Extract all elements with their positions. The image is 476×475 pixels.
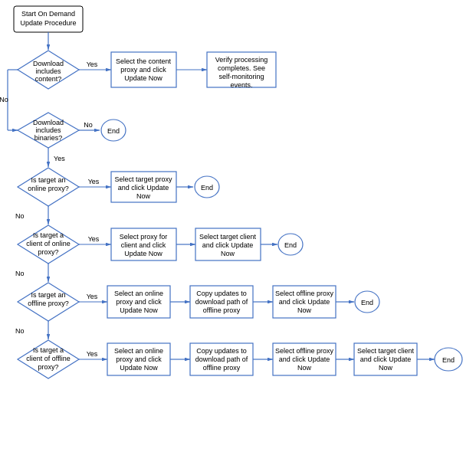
svg-text:End: End	[442, 356, 455, 364]
svg-text:Update Now: Update Now	[120, 364, 158, 372]
svg-text:No: No	[15, 212, 25, 220]
svg-text:Is target an: Is target an	[31, 176, 65, 184]
svg-text:client of online: client of online	[26, 240, 71, 247]
svg-text:Now: Now	[297, 306, 312, 314]
svg-text:proxy and click: proxy and click	[116, 355, 162, 363]
svg-text:Yes: Yes	[87, 61, 98, 68]
svg-text:No: No	[15, 270, 25, 277]
svg-text:Is target an: Is target an	[31, 291, 65, 299]
svg-text:Copy updates to: Copy updates to	[196, 290, 247, 297]
svg-text:binaries?: binaries?	[34, 134, 63, 142]
svg-text:Select offline proxy: Select offline proxy	[275, 290, 333, 297]
svg-text:Download: Download	[33, 119, 64, 126]
svg-text:No: No	[0, 96, 8, 103]
svg-text:completes. See: completes. See	[218, 64, 265, 72]
svg-text:Verify processing: Verify processing	[215, 56, 268, 64]
svg-text:Select offline proxy: Select offline proxy	[275, 347, 333, 355]
svg-text:and click Update: and click Update	[279, 298, 330, 306]
svg-text:End: End	[361, 299, 373, 306]
svg-text:Is target a: Is target a	[33, 231, 64, 239]
svg-text:client of offline: client of offline	[26, 355, 70, 362]
svg-text:download path of: download path of	[195, 355, 248, 363]
svg-text:Now: Now	[379, 364, 393, 372]
svg-text:online proxy?: online proxy?	[28, 185, 69, 192]
svg-text:proxy?: proxy?	[38, 363, 58, 371]
svg-text:Download: Download	[33, 60, 64, 67]
svg-text:Now: Now	[297, 364, 312, 372]
svg-text:includes: includes	[35, 67, 61, 75]
svg-text:No: No	[84, 121, 93, 129]
svg-text:No: No	[15, 327, 25, 335]
svg-text:Update Now: Update Now	[124, 250, 162, 257]
svg-text:proxy and click: proxy and click	[120, 66, 166, 74]
svg-text:Start On Demand: Start On Demand	[21, 10, 75, 18]
svg-text:offline proxy: offline proxy	[203, 306, 241, 314]
svg-text:Select proxy for: Select proxy for	[120, 233, 168, 241]
svg-text:Select target client: Select target client	[357, 347, 415, 355]
svg-text:End: End	[107, 127, 120, 135]
svg-text:Select an online: Select an online	[114, 290, 163, 297]
svg-text:and click Update: and click Update	[279, 355, 330, 363]
svg-text:End: End	[201, 184, 213, 192]
svg-text:offline proxy?: offline proxy?	[28, 300, 68, 307]
svg-text:and click Update: and click Update	[202, 241, 254, 249]
svg-text:Now: Now	[136, 192, 151, 200]
svg-text:Yes: Yes	[87, 293, 98, 300]
svg-text:content?: content?	[35, 75, 62, 83]
svg-text:End: End	[284, 241, 297, 249]
svg-text:offline proxy: offline proxy	[203, 364, 241, 372]
svg-text:Update Now: Update Now	[120, 306, 158, 314]
svg-text:proxy?: proxy?	[38, 248, 58, 256]
svg-text:self-monitoring: self-monitoring	[218, 73, 264, 80]
svg-text:Select target client: Select target client	[199, 233, 257, 241]
svg-text:Yes: Yes	[88, 235, 100, 243]
svg-text:Update Now: Update Now	[124, 74, 162, 82]
svg-text:includes: includes	[35, 126, 61, 134]
svg-text:Copy updates to: Copy updates to	[196, 347, 247, 355]
svg-text:client and click: client and click	[121, 241, 166, 249]
svg-text:Yes: Yes	[88, 178, 100, 185]
svg-text:Yes: Yes	[54, 155, 65, 162]
svg-text:Select the content: Select the content	[116, 57, 172, 65]
svg-text:Update Procedure: Update Procedure	[20, 19, 76, 27]
svg-text:and click Update: and click Update	[360, 355, 412, 363]
svg-text:proxy and click: proxy and click	[116, 298, 162, 306]
svg-text:Select an online: Select an online	[114, 347, 163, 355]
svg-text:events.: events.	[230, 81, 252, 89]
svg-text:and click Update: and click Update	[118, 184, 169, 192]
svg-text:Select target proxy: Select target proxy	[114, 175, 172, 183]
svg-text:download path of: download path of	[195, 298, 248, 306]
svg-text:Yes: Yes	[87, 350, 98, 358]
svg-text:Now: Now	[221, 250, 235, 257]
svg-text:Is target a: Is target a	[33, 346, 64, 354]
flowchart-svg: Start On Demand Update Procedure Downloa…	[0, 0, 476, 475]
